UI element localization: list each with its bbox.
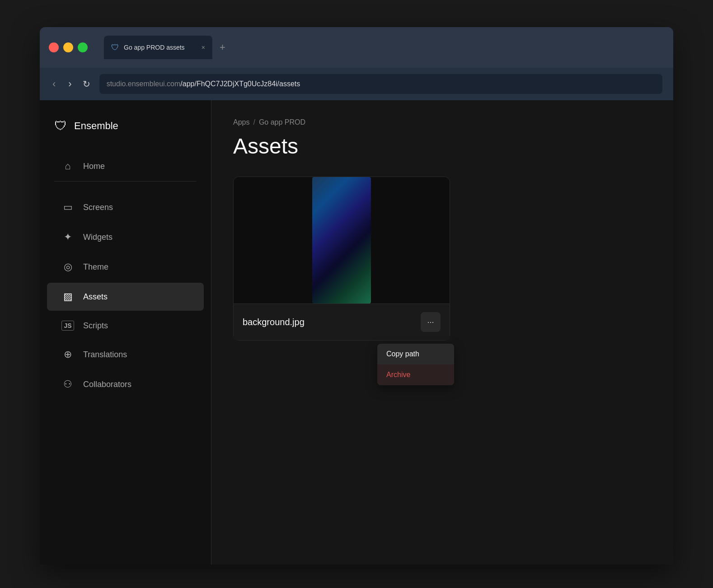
new-tab-button[interactable]: + [216, 40, 229, 55]
sidebar-item-label-widgets: Widgets [83, 233, 113, 242]
sidebar-item-assets[interactable]: ▨ Assets [47, 283, 204, 311]
back-button[interactable]: ‹ [51, 76, 57, 92]
ensemble-logo-icon: 🛡 [54, 118, 67, 133]
refresh-button[interactable]: ↻ [83, 79, 90, 89]
maximize-button[interactable] [78, 42, 88, 52]
scripts-icon: JS [61, 321, 74, 331]
copy-path-item[interactable]: Copy path [377, 344, 454, 364]
sidebar-item-collaborators[interactable]: ⚇ Collaborators [47, 370, 204, 398]
main-content: Apps / Go app PROD Assets background.jpg… [211, 100, 673, 565]
sidebar-item-label-collaborators: Collaborators [83, 380, 131, 389]
translations-icon: ⊕ [61, 349, 74, 360]
sidebar: 🛡 Ensemble ⌂ Home ▭ Screens ✦ Widgets ◎ … [40, 100, 211, 565]
collaborators-icon: ⚇ [61, 378, 74, 390]
asset-menu-button[interactable]: ··· [421, 312, 441, 332]
tab-favicon-icon: 🛡 [111, 43, 119, 52]
sidebar-item-home[interactable]: ⌂ Home [47, 152, 204, 180]
asset-card: background.jpg ··· Copy path Archive [233, 177, 450, 341]
sidebar-item-widgets[interactable]: ✦ Widgets [47, 223, 204, 251]
theme-icon: ◎ [61, 261, 74, 273]
breadcrumb-separator: / [253, 118, 255, 126]
screens-icon: ▭ [61, 201, 74, 213]
tab-close-icon[interactable]: × [202, 44, 205, 51]
traffic-lights [49, 42, 88, 52]
tab-title: Go app PROD assets [124, 44, 185, 51]
assets-icon: ▨ [61, 291, 74, 303]
sidebar-item-label-assets: Assets [83, 292, 108, 302]
sidebar-logo-text: Ensemble [74, 120, 118, 132]
context-menu: Copy path Archive [377, 344, 454, 385]
page-title: Assets [233, 134, 652, 159]
sidebar-item-label-home: Home [83, 162, 105, 171]
sidebar-logo: 🛡 Ensemble [40, 111, 211, 151]
title-bar: 🛡 Go app PROD assets × + [40, 27, 673, 68]
sidebar-item-label-screens: Screens [83, 203, 113, 212]
widgets-icon: ✦ [61, 231, 74, 243]
asset-preview [234, 177, 450, 303]
assets-grid: background.jpg ··· Copy path Archive [233, 177, 652, 341]
breadcrumb: Apps / Go app PROD [233, 118, 652, 126]
app-container: 🛡 Ensemble ⌂ Home ▭ Screens ✦ Widgets ◎ … [40, 100, 673, 565]
breadcrumb-apps[interactable]: Apps [233, 118, 249, 126]
sidebar-item-label-scripts: Scripts [83, 321, 108, 331]
minimize-button[interactable] [63, 42, 73, 52]
sidebar-item-screens[interactable]: ▭ Screens [47, 193, 204, 221]
sidebar-item-label-translations: Translations [83, 350, 127, 359]
sidebar-item-theme[interactable]: ◎ Theme [47, 253, 204, 281]
address-input[interactable]: studio.ensembleui.com /app/FhQC7J2DjXTg0… [99, 74, 662, 94]
asset-footer: background.jpg ··· [234, 303, 450, 340]
browser-window: 🛡 Go app PROD assets × + ‹ › ↻ studio.en… [40, 27, 673, 565]
address-scheme: studio.ensembleui.com [107, 80, 181, 88]
address-path: /app/FhQC7J2DjXTg0UcJz84i/assets [180, 80, 300, 88]
address-bar: ‹ › ↻ studio.ensembleui.com /app/FhQC7J2… [40, 68, 673, 100]
archive-item[interactable]: Archive [377, 364, 454, 385]
asset-filename: background.jpg [243, 317, 305, 327]
forward-button[interactable]: › [66, 76, 73, 92]
sidebar-item-label-theme: Theme [83, 262, 108, 272]
tab-bar: 🛡 Go app PROD assets × + [104, 36, 664, 59]
breadcrumb-current: Go app PROD [259, 118, 305, 126]
close-button[interactable] [49, 42, 59, 52]
active-tab[interactable]: 🛡 Go app PROD assets × [104, 36, 212, 59]
asset-thumbnail [312, 177, 371, 303]
sidebar-divider [54, 181, 197, 182]
sidebar-item-scripts[interactable]: JS Scripts [47, 313, 204, 339]
home-icon: ⌂ [61, 160, 74, 172]
sidebar-item-translations[interactable]: ⊕ Translations [47, 341, 204, 369]
